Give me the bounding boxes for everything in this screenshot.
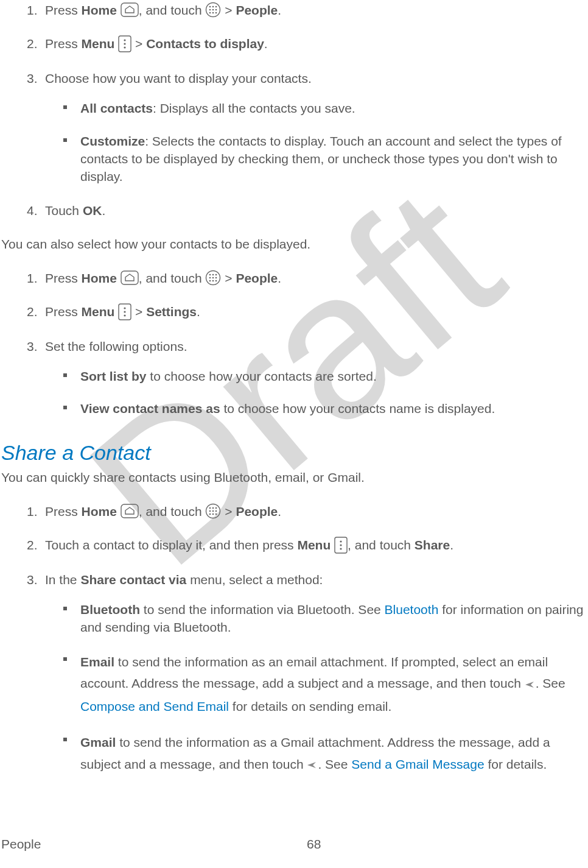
text: . See	[536, 676, 565, 690]
text: Press	[45, 305, 82, 319]
menu-icon	[118, 303, 131, 320]
text: , and touch	[139, 3, 206, 17]
menu-label: Menu	[82, 37, 115, 51]
menu-label: Menu	[82, 305, 115, 319]
text: .	[278, 504, 281, 518]
svg-point-3	[212, 6, 214, 8]
svg-point-32	[209, 507, 211, 509]
paragraph: You can quickly share contacts using Blu…	[0, 468, 588, 486]
contacts-to-display-label: Contacts to display	[146, 37, 264, 51]
text: . See	[318, 757, 351, 771]
svg-point-37	[215, 510, 217, 512]
step-item: Press Menu > Settings.	[27, 303, 587, 337]
svg-point-35	[209, 510, 211, 512]
svg-point-8	[209, 12, 211, 14]
footer-section-name: People	[1, 835, 41, 853]
apps-icon	[205, 270, 221, 286]
step-item: Set the following options. Sort list by …	[27, 337, 587, 434]
step-item: In the Share contact via menu, select a …	[27, 571, 587, 792]
menu-icon	[118, 35, 131, 52]
text: : Displays all the contacts you save.	[153, 101, 355, 115]
send-icon	[307, 753, 318, 775]
link-send-gmail-message[interactable]: Send a Gmail Message	[351, 757, 484, 771]
home-label: Home	[82, 271, 117, 285]
text: , and touch	[139, 504, 206, 518]
svg-point-24	[212, 280, 214, 282]
people-label: People	[236, 271, 278, 285]
bluetooth-label: Bluetooth	[80, 602, 140, 616]
svg-point-18	[212, 274, 214, 276]
step-item: Press Home , and touch > People.	[27, 1, 587, 35]
text: for details.	[485, 757, 547, 771]
steps-list-b: Press Home , and touch > People. Press M…	[0, 269, 588, 434]
text: .	[278, 271, 281, 285]
text: In the	[45, 573, 80, 587]
menu-icon	[334, 537, 348, 554]
step-item: Press Home , and touch > People.	[27, 269, 587, 303]
svg-point-40	[215, 513, 217, 515]
list-item: Sort list by to choose how your contacts…	[63, 367, 587, 400]
step-item: Press Home , and touch > People.	[27, 503, 587, 536]
all-contacts-label: All contacts	[80, 101, 153, 115]
svg-point-12	[124, 39, 126, 41]
link-bluetooth[interactable]: Bluetooth	[385, 602, 439, 616]
text: , and touch	[139, 271, 206, 285]
svg-point-17	[209, 274, 211, 276]
svg-point-5	[209, 9, 211, 11]
menu-label: Menu	[297, 538, 331, 552]
steps-list-c: Press Home , and touch > People. Touch a…	[0, 503, 588, 792]
step-item: Touch a contact to display it, and then …	[27, 536, 587, 570]
home-label: Home	[82, 3, 117, 17]
text: .	[264, 37, 268, 51]
svg-point-38	[209, 513, 211, 515]
gmail-label: Gmail	[80, 735, 116, 749]
svg-rect-30	[121, 504, 138, 518]
link-compose-send-email[interactable]: Compose and Send Email	[80, 699, 229, 713]
text: Press	[45, 3, 82, 17]
svg-point-20	[209, 277, 211, 279]
text: Touch	[45, 203, 83, 217]
svg-point-2	[209, 6, 211, 8]
bullet-list: Bluetooth to send the information via Bl…	[45, 601, 587, 776]
svg-rect-0	[121, 3, 138, 16]
step-item: Choose how you want to display your cont…	[27, 69, 587, 202]
sort-list-by-label: Sort list by	[80, 369, 147, 383]
svg-point-10	[215, 12, 217, 14]
svg-point-21	[212, 277, 214, 279]
svg-point-43	[340, 544, 341, 546]
view-contact-names-as-label: View contact names as	[80, 401, 220, 415]
home-label: Home	[82, 504, 117, 518]
svg-point-23	[209, 280, 211, 282]
page-content: Press Home , and touch > People. Press M…	[0, 0, 588, 792]
svg-point-34	[215, 507, 217, 509]
settings-label: Settings	[146, 305, 197, 319]
svg-point-39	[212, 513, 214, 515]
text: >	[225, 271, 236, 285]
list-item: Email to send the information as an emai…	[63, 651, 587, 732]
svg-point-13	[124, 43, 126, 44]
text: to choose how your contacts are sorted.	[147, 369, 377, 383]
svg-point-33	[212, 507, 214, 509]
svg-rect-15	[121, 271, 138, 284]
text: Choose how you want to display your cont…	[45, 71, 312, 85]
text: for details on sending email.	[229, 699, 391, 713]
svg-point-28	[124, 311, 126, 312]
svg-point-44	[340, 548, 341, 549]
page-footer: People 68	[0, 835, 588, 853]
text: : Selects the contacts to display. Touch…	[80, 134, 562, 184]
text: .	[278, 3, 281, 17]
svg-point-4	[215, 6, 217, 8]
step-item: Touch OK.	[27, 202, 587, 235]
step-item: Press Menu > Contacts to display.	[27, 35, 587, 69]
apps-icon	[205, 2, 221, 18]
home-icon	[121, 504, 139, 518]
text: >	[135, 37, 146, 51]
svg-point-22	[215, 277, 217, 279]
bullet-list: All contacts: Displays all the contacts …	[45, 99, 587, 186]
people-label: People	[236, 504, 278, 518]
text: .	[197, 305, 200, 319]
svg-point-7	[215, 9, 217, 11]
steps-list-a: Press Home , and touch > People. Press M…	[0, 1, 588, 235]
share-contact-via-label: Share contact via	[80, 573, 186, 587]
text: .	[450, 538, 453, 552]
